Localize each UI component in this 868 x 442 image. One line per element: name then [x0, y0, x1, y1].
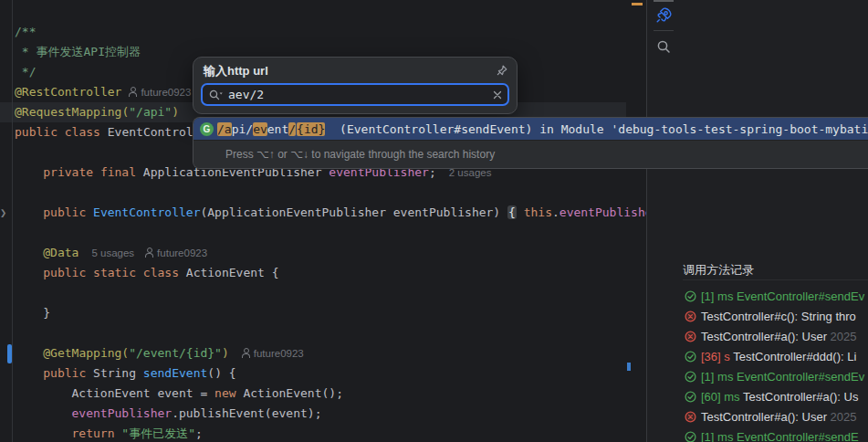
gutter-separator — [12, 0, 13, 442]
result-url: /api/event/{id} (EventController#sendEve… — [217, 121, 868, 137]
call-record-text: TestController#a(): Us — [743, 390, 858, 404]
vcs-change-marker — [7, 344, 12, 363]
tool-stripe-indicator — [654, 0, 674, 2]
call-record-text: 2025 — [831, 330, 857, 343]
pin-button[interactable] — [496, 64, 508, 77]
call-record-text: [60] ms — [701, 390, 743, 404]
success-icon — [685, 389, 696, 401]
search-icon — [654, 44, 674, 59]
panel-search-button[interactable] — [654, 37, 674, 57]
call-record-text: TestController#c(): String thro — [701, 310, 856, 323]
code-line: /** — [15, 22, 36, 42]
code-token: ) — [172, 105, 179, 119]
call-record-row[interactable]: [36] s TestController#ddd(): Li — [685, 347, 868, 366]
code-token: @Data — [43, 246, 78, 259]
match-highlight: / — [288, 122, 296, 136]
hint-text: Press ⌥↑ or ⌥↓ to navigate through the s… — [225, 148, 495, 161]
scrollbar-change-mark — [627, 363, 631, 371]
search-input[interactable] — [228, 88, 493, 101]
code-token: */ — [15, 65, 36, 79]
popup-title: 输入http url — [204, 63, 268, 79]
code-line: @GetMapping("/event/{id}")future0923 — [43, 343, 304, 363]
code-token: this — [524, 205, 552, 219]
call-record-row[interactable]: [60] ms TestController#a(): Us — [685, 387, 868, 406]
code-line: } — [43, 303, 50, 323]
code-token: future0923 — [157, 247, 207, 258]
call-record-text: EventController#sendEv — [737, 370, 864, 384]
code-token: /** — [15, 25, 36, 38]
code-line: @RestControllerfuture0923 — [15, 82, 191, 102]
call-record-row[interactable]: TestController#a(): User 2025 — [685, 407, 868, 426]
code-token: future0923 — [141, 87, 191, 98]
rocket-icon — [654, 13, 674, 28]
call-record-text: EventController#sendE — [737, 430, 859, 442]
code-token: @RequestMapping( — [15, 105, 129, 119]
error-icon — [685, 309, 696, 321]
http-get-icon: G — [200, 122, 214, 136]
result-text: (EventController#sendEvent) in Module 'd… — [325, 122, 868, 136]
pin-icon — [496, 64, 508, 79]
code-token: .publishEvent(event); — [172, 406, 321, 420]
call-record-row[interactable]: [1] ms EventController#sendEv — [685, 287, 868, 306]
error-icon — [685, 329, 696, 341]
code-token: future0923 — [254, 348, 304, 359]
code-line: * 事件发送API控制器 — [15, 42, 141, 62]
call-record-text: TestController#a(): User — [701, 330, 831, 343]
code-token: new — [214, 386, 243, 400]
code-token: 5 usages — [91, 247, 134, 258]
code-token: ActionEvent event = — [72, 386, 215, 400]
code-token: { — [507, 205, 517, 219]
match-highlight: ev — [253, 122, 267, 136]
code-line: return "事件已发送"; — [72, 424, 203, 442]
code-token: String — [93, 366, 143, 380]
search-history-hint: Press ⌥↑ or ⌥↓ to navigate through the s… — [193, 140, 868, 168]
code-token: public — [43, 366, 93, 380]
code-token: EventController — [93, 205, 200, 219]
person-icon — [145, 247, 153, 258]
call-record-text: EventController#sendEv — [737, 289, 864, 303]
scrollbar-warning-mark — [632, 3, 643, 5]
call-record-row[interactable]: [1] ms EventController#sendE — [685, 427, 868, 442]
ide-window: ❯ /** * 事件发送API控制器 */@RestControllerfutu… — [0, 0, 868, 442]
code-token: ActionEvent { — [186, 266, 279, 279]
code-token: public class — [15, 125, 108, 139]
code-line: ActionEvent event = new ActionEvent(); — [72, 384, 343, 404]
code-token: "/api" — [129, 105, 172, 119]
code-token: eventPublisher — [72, 406, 173, 420]
code-token: ) — [222, 346, 229, 360]
fold-chevron-icon[interactable]: ❯ — [0, 203, 9, 223]
rocket-button[interactable] — [654, 5, 674, 26]
clear-button[interactable] — [493, 90, 502, 100]
search-result-row[interactable]: G /api/event/{id} (EventController#sendE… — [193, 118, 868, 140]
panel-separator — [646, 0, 647, 442]
code-line: @RequestMapping("/api") — [15, 102, 179, 122]
call-record-text: [1] ms — [701, 370, 737, 384]
result-text: ent — [267, 122, 288, 136]
code-token: return — [72, 426, 122, 440]
match-highlight: /a — [217, 122, 232, 136]
success-icon — [685, 289, 696, 300]
call-record-row[interactable]: TestController#a(): User 2025 — [685, 327, 868, 346]
search-history-icon[interactable] — [208, 89, 225, 101]
call-record-row[interactable]: [1] ms EventController#sendEv — [685, 367, 868, 386]
person-icon — [129, 87, 137, 97]
code-token: sendEvent — [143, 366, 207, 380]
url-search-popup: 输入http url — [193, 57, 518, 114]
call-record-text: [1] ms — [701, 430, 737, 442]
code-token: @GetMapping( — [43, 346, 129, 360]
success-icon — [685, 369, 696, 381]
call-record-text: TestController#ddd(): Li — [733, 350, 856, 363]
code-token: } — [43, 306, 50, 320]
person-icon — [242, 348, 250, 358]
search-results-dropdown: G /api/event/{id} (EventController#sendE… — [193, 117, 868, 169]
code-line: @Data5 usagesfuture0923 — [43, 243, 207, 263]
call-record-row[interactable]: TestController#c(): String thro — [685, 307, 868, 326]
code-token: (ApplicationEventPublisher eventPublishe… — [200, 205, 507, 219]
search-field[interactable] — [201, 83, 509, 106]
code-token: public — [43, 205, 93, 219]
code-token: "事件已发送" — [121, 426, 195, 440]
code-token: () { — [207, 366, 235, 380]
code-token — [517, 205, 524, 219]
code-token: . — [552, 205, 559, 219]
stripe-divider — [654, 30, 674, 31]
